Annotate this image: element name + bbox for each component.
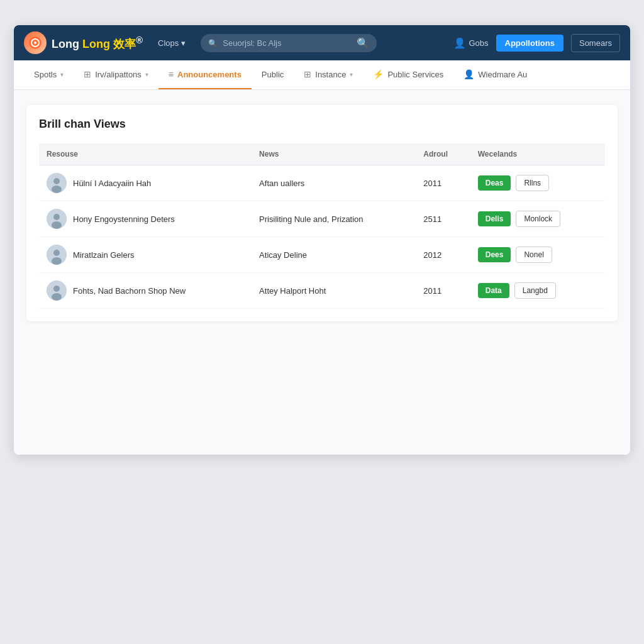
svg-point-13 <box>53 286 60 292</box>
chevron-down-icon <box>181 38 186 48</box>
data-table: Resouse News Adroul Wecelands Hülní I Ad… <box>39 143 605 309</box>
avatar <box>47 245 67 265</box>
logo-text: Long Long 效率® <box>52 35 143 52</box>
svg-point-11 <box>52 257 62 265</box>
svg-point-8 <box>52 221 62 229</box>
chevron-down-icon <box>350 71 353 78</box>
table-row: Miratlzain Gelers Aticay Deline2012 Dees… <box>39 237 605 273</box>
person-name: Hony Engoystenning Deters <box>73 214 175 224</box>
search-submit-icon[interactable]: 🔍 <box>357 37 369 49</box>
person-cell: Miratlzain Gelers <box>47 245 244 265</box>
top-nav: Long Long 效率® Clops 🔍 👤 Gobs Appollotion… <box>14 25 630 60</box>
tab-public[interactable]: Public <box>252 61 294 89</box>
avatar <box>47 173 67 193</box>
avatar <box>47 209 67 229</box>
col-news: News <box>252 143 416 165</box>
table-header-row: Resouse News Adroul Wecelands <box>39 143 605 165</box>
actions-cell: Data Langbd <box>478 282 597 299</box>
logo-icon <box>24 31 47 54</box>
action-btn-secondary[interactable]: Langbd <box>514 282 556 299</box>
svg-point-5 <box>52 186 62 193</box>
plug-icon: ⚡ <box>373 69 384 79</box>
table-row: Hony Engoystenning Deters Prisiliting Nu… <box>39 201 605 237</box>
svg-point-2 <box>34 42 36 44</box>
applications-button[interactable]: Appollotions <box>496 35 564 52</box>
secondary-nav: Spotls ⊞ Irv/alipattons ≡ Announcements … <box>14 60 630 90</box>
news-cell: Aftan uallers <box>252 165 416 201</box>
nav-gobs[interactable]: 👤 Gobs <box>453 37 488 49</box>
person-cell: Hony Engoystenning Deters <box>47 209 244 229</box>
person-name: Fohts, Nad Bachorn Shop New <box>73 286 186 296</box>
table-row: Fohts, Nad Bachorn Shop New Attey Halpor… <box>39 273 605 309</box>
section-title: Brill chan Views <box>39 118 605 131</box>
list-icon: ≡ <box>169 69 174 79</box>
person-name: Hülní I Adacyaiin Hah <box>73 179 151 188</box>
chevron-down-icon <box>60 71 64 78</box>
news-cell: Prisiliting Nule and, Prization <box>252 201 416 237</box>
user-button[interactable]: Somears <box>571 34 620 52</box>
actions-cell: Dees Nonel <box>478 247 597 263</box>
tab-public-services[interactable]: ⚡ Public Services <box>363 60 453 89</box>
action-btn-primary[interactable]: Data <box>478 283 509 298</box>
actions-cell: Deas Rllns <box>478 175 597 191</box>
tab-invalipattons[interactable]: ⊞ Irv/alipattons <box>74 60 158 89</box>
avatar <box>47 280 67 301</box>
action-btn-primary[interactable]: Delis <box>478 211 511 226</box>
action-btn-primary[interactable]: Deas <box>478 175 511 191</box>
chevron-down-icon <box>145 71 148 78</box>
news-cell: Attey Halport Hoht <box>252 273 416 309</box>
svg-point-4 <box>53 178 60 184</box>
col-resouse: Resouse <box>39 143 252 165</box>
nav-right: 👤 Gobs Appollotions Somears <box>453 34 620 52</box>
svg-point-10 <box>53 250 60 256</box>
search-input[interactable] <box>223 38 352 48</box>
tab-announcements[interactable]: ≡ Announcements <box>158 60 252 89</box>
col-adroul: Adroul <box>416 143 470 165</box>
nav-clops[interactable]: Clops <box>153 36 191 50</box>
logo-area: Long Long 效率® <box>24 31 143 54</box>
year-cell: 2012 <box>416 237 470 273</box>
user-circle-icon: 👤 <box>453 37 466 49</box>
action-btn-secondary[interactable]: Nonel <box>516 247 552 263</box>
col-wecelands: Wecelands <box>470 143 605 165</box>
table-row: Hülní I Adacyaiin Hah Aftan uallers2011 … <box>39 165 605 201</box>
svg-point-7 <box>53 214 60 220</box>
news-cell: Aticay Deline <box>252 237 416 273</box>
actions-cell: Delis Monlock <box>478 211 597 227</box>
action-btn-secondary[interactable]: Rllns <box>516 175 549 191</box>
grid-icon: ⊞ <box>304 69 311 79</box>
year-cell: 2011 <box>416 165 470 201</box>
person-cell: Fohts, Nad Bachorn Shop New <box>47 280 244 301</box>
person-name: Miratlzain Gelers <box>73 250 135 260</box>
svg-point-14 <box>52 293 62 301</box>
main-content: Brill chan Views Resouse News Adroul Wec… <box>14 90 630 455</box>
year-cell: 2511 <box>416 201 470 237</box>
year-cell: 2011 <box>416 273 470 309</box>
action-btn-primary[interactable]: Dees <box>478 247 511 262</box>
search-icon <box>208 38 218 48</box>
tab-instance[interactable]: ⊞ Instance <box>294 60 363 89</box>
tab-wiedmare[interactable]: 👤 Wiedmare Au <box>453 60 537 89</box>
action-btn-secondary[interactable]: Monlock <box>516 211 560 227</box>
content-card: Brill chan Views Resouse News Adroul Wec… <box>26 105 618 321</box>
grid-icon: ⊞ <box>84 69 91 79</box>
person-tab-icon: 👤 <box>464 69 474 79</box>
search-bar: 🔍 <box>201 34 377 52</box>
app-container: Long Long 效率® Clops 🔍 👤 Gobs Appollotion… <box>14 25 630 455</box>
tab-spotls[interactable]: Spotls <box>24 61 74 89</box>
person-cell: Hülní I Adacyaiin Hah <box>47 173 244 193</box>
